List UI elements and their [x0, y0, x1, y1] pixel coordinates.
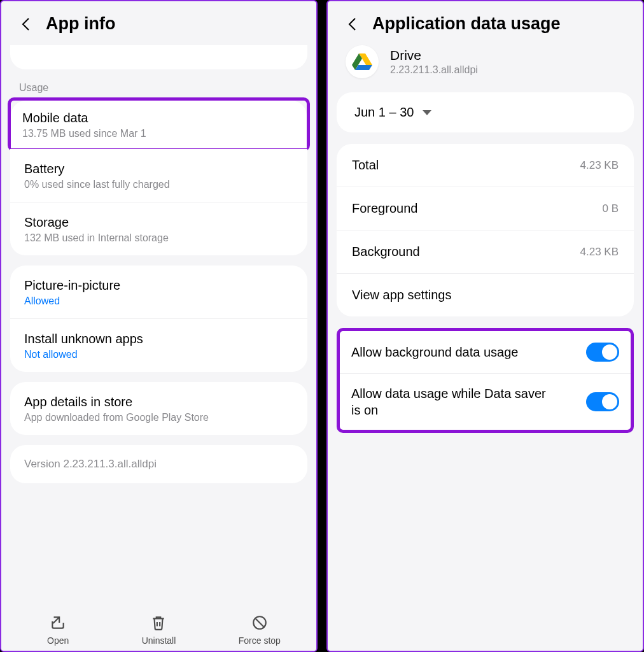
usage-stats-card: Total 4.23 KB Foreground 0 B Background … [337, 144, 634, 316]
foreground-row: Foreground 0 B [337, 187, 634, 230]
store-card: App details in store App downloaded from… [10, 382, 307, 435]
version-text: Version 2.23.211.3.all.alldpi [10, 445, 307, 483]
app-header: Drive 2.23.211.3.all.alldpi [328, 45, 643, 86]
bottom-bar: Open Uninstall Force stop [1, 602, 316, 651]
data-usage-screen: Application data usage Drive 2.23.211.3.… [326, 0, 644, 652]
page-title: Application data usage [372, 14, 561, 34]
usage-card: Battery 0% used since last fully charged… [10, 149, 307, 255]
pip-item[interactable]: Picture-in-picture Allowed [10, 266, 307, 319]
header: Application data usage [328, 1, 643, 45]
open-icon [49, 614, 67, 632]
battery-title: Battery [24, 160, 293, 177]
chevron-down-icon [423, 110, 431, 115]
app-name: Drive [390, 48, 478, 63]
toggles-highlight: Allow background data usage Allow data u… [337, 328, 634, 433]
total-label: Total [352, 158, 379, 173]
saver-label: Allow data usage while Data saver is on [351, 385, 555, 418]
back-icon[interactable] [346, 18, 358, 31]
storage-item[interactable]: Storage 132 MB used in Internal storage [10, 202, 307, 255]
date-range-text: Jun 1 – 30 [354, 105, 414, 120]
usage-section-label: Usage [1, 76, 316, 97]
total-value: 4.23 KB [580, 159, 619, 172]
storage-sub: 132 MB used in Internal storage [24, 232, 293, 244]
app-info-screen: App info Usage Mobile data 13.75 MB used… [0, 0, 318, 652]
force-stop-button[interactable]: Force stop [209, 614, 310, 646]
date-range-selector[interactable]: Jun 1 – 30 [337, 92, 634, 132]
saver-toggle-row[interactable]: Allow data usage while Data saver is on [340, 374, 631, 430]
bg-label: Background [352, 244, 420, 259]
forbid-icon [251, 614, 269, 632]
open-label: Open [47, 635, 69, 646]
uninstall-button[interactable]: Uninstall [108, 614, 209, 646]
background-row: Background 4.23 KB [337, 230, 634, 274]
pip-title: Picture-in-picture [24, 277, 293, 294]
saver-toggle[interactable] [586, 392, 619, 411]
back-icon[interactable] [19, 18, 32, 31]
fg-value: 0 B [602, 202, 619, 215]
header: App info [1, 1, 316, 45]
cutoff-card [10, 45, 307, 69]
force-label: Force stop [239, 635, 281, 646]
storage-title: Storage [24, 214, 293, 230]
mobile-data-item[interactable]: Mobile data 13.75 MB used since Mar 1 [11, 101, 307, 148]
bg-data-toggle[interactable] [586, 343, 619, 362]
page-title: App info [46, 14, 115, 34]
unknown-title: Install unknown apps [24, 330, 293, 347]
drive-icon [346, 45, 379, 78]
view-settings-label: View app settings [352, 288, 451, 302]
open-button[interactable]: Open [8, 614, 108, 646]
store-title: App details in store [24, 393, 293, 410]
fg-label: Foreground [352, 201, 417, 216]
permissions-card: Picture-in-picture Allowed Install unkno… [10, 266, 307, 372]
pip-sub: Allowed [24, 295, 293, 307]
store-sub: App downloaded from Google Play Store [24, 412, 293, 423]
unknown-apps-item[interactable]: Install unknown apps Not allowed [10, 319, 307, 372]
app-version: 2.23.211.3.all.alldpi [390, 64, 478, 76]
store-item[interactable]: App details in store App downloaded from… [10, 382, 307, 435]
bg-data-toggle-row[interactable]: Allow background data usage [340, 331, 631, 374]
trash-icon [150, 614, 167, 632]
mobile-data-highlight: Mobile data 13.75 MB used since Mar 1 [8, 97, 310, 152]
view-settings-row[interactable]: View app settings [337, 274, 634, 316]
unknown-sub: Not allowed [24, 349, 293, 360]
total-row: Total 4.23 KB [337, 144, 634, 187]
uninstall-label: Uninstall [142, 635, 176, 646]
bg-data-label: Allow background data usage [351, 344, 518, 360]
mobile-data-title: Mobile data [22, 110, 295, 126]
bg-value: 4.23 KB [580, 246, 619, 259]
battery-item[interactable]: Battery 0% used since last fully charged [10, 149, 307, 202]
mobile-data-sub: 13.75 MB used since Mar 1 [22, 128, 295, 139]
battery-sub: 0% used since last fully charged [24, 179, 293, 190]
